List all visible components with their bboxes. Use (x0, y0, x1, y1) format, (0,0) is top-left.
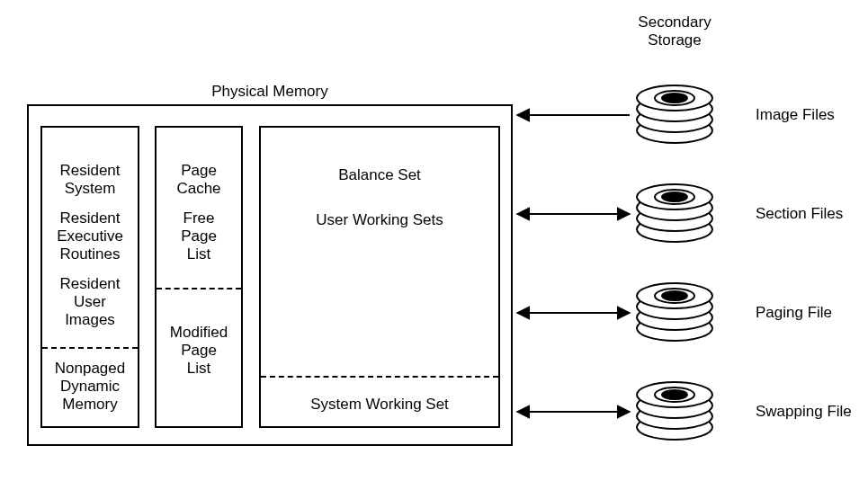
disk-label-swapping-file: Swapping File (756, 403, 852, 421)
text: Page (181, 227, 217, 245)
disk-label-image-files: Image Files (756, 106, 835, 124)
user-working-sets-label: User Working Sets (259, 211, 500, 229)
svg-point-5 (662, 94, 687, 102)
text: Free (183, 209, 215, 227)
disk-icon (630, 76, 720, 148)
text: Executive (57, 227, 123, 245)
col1-divider (42, 347, 138, 349)
disk-icon (630, 373, 720, 445)
page-cache-label: Page Cache (155, 162, 243, 198)
nonpaged-label: Nonpaged Dynamic Memory (40, 360, 139, 414)
disk-label-section-files: Section Files (756, 205, 843, 223)
modified-page-label: Modified Page List (155, 324, 243, 378)
disk-icon (630, 175, 720, 247)
text: System (65, 180, 116, 197)
text: Images (65, 311, 115, 328)
svg-point-23 (662, 390, 687, 399)
text: List (187, 360, 210, 377)
svg-point-17 (662, 291, 687, 300)
text: Resident (59, 162, 120, 179)
text: List (187, 245, 210, 263)
text: Nonpaged (55, 360, 125, 377)
physical-memory-title: Physical Memory (27, 83, 513, 101)
disk-label-paging-file: Paging File (756, 304, 832, 322)
text: Memory (62, 396, 117, 413)
text: Modified (170, 324, 228, 341)
text: User (74, 293, 106, 310)
resident-exec-label: Resident Executive Routines (40, 209, 139, 263)
disk-icon (630, 274, 720, 346)
text: Cache (176, 180, 220, 197)
text: Page (181, 162, 217, 179)
text: Storage (648, 31, 702, 49)
system-working-set-label: System Working Set (259, 396, 500, 414)
text: Page (181, 342, 217, 359)
text: Routines (59, 245, 120, 263)
secondary-storage-title: Secondary Storage (603, 13, 747, 49)
text: Secondary (638, 13, 711, 31)
free-page-label: Free Page List (155, 209, 243, 263)
col2-divider (157, 288, 241, 289)
text: Dynamic (60, 378, 120, 395)
resident-user-label: Resident User Images (40, 275, 139, 329)
balance-set-label: Balance Set (259, 166, 500, 184)
col3-divider (261, 376, 498, 378)
text: Resident (59, 275, 120, 292)
svg-point-11 (662, 192, 687, 201)
text: Resident (59, 209, 120, 227)
resident-system-label: Resident System (40, 162, 139, 198)
